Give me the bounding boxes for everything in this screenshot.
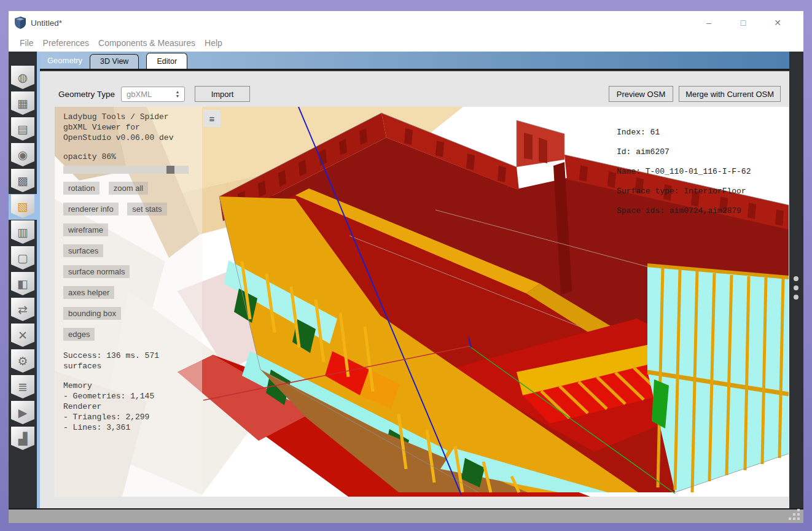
app-body: ◍ ▦ ▤ ◉ ▩ ▧ ▥ ▢ ◧ ⇄ ✕ ⚙ ≣ ▶ ▟ xyxy=(9,52,803,508)
surface-id: Id: aim6207 xyxy=(617,142,751,162)
viewer-title-line2: gbXML Viewer for xyxy=(63,122,202,133)
openstudio-window: Untitled* – □ ✕ File Preferences Compone… xyxy=(9,11,803,523)
geometry-type-value: gbXML xyxy=(127,90,152,99)
axes-helper-button[interactable]: axes helper xyxy=(63,286,114,299)
viewer-title-line1: Ladybug Tools / Spider xyxy=(63,112,202,122)
sidebar-item-results[interactable]: ▟ xyxy=(9,426,37,452)
spaces-icon: ▢ xyxy=(17,251,28,265)
surface-type: Surface type: InteriorFloor xyxy=(617,182,751,201)
hamburger-icon: ≡ xyxy=(209,114,215,124)
tab-editor[interactable]: Editor xyxy=(146,53,187,69)
opacity-label: opacity 86% xyxy=(63,152,202,161)
status-bar xyxy=(9,508,803,523)
surface-name: Name: T-00_110-01_116-I-F-62 xyxy=(617,162,751,182)
select-spinner-icon: ▲▼ xyxy=(173,88,182,100)
desktop: Untitled* – □ ✕ File Preferences Compone… xyxy=(0,0,812,531)
output-variables-icon: ✕ xyxy=(18,328,28,343)
resize-grip[interactable] xyxy=(797,517,800,520)
sidebar-item-thermal-zones[interactable]: ◧ xyxy=(9,271,37,297)
sidebar-item-geometry[interactable]: ▧ xyxy=(9,194,37,220)
menu-preferences[interactable]: Preferences xyxy=(43,38,89,48)
surfaces-button[interactable]: surfaces xyxy=(63,244,103,257)
memory-geometries: - Geometries: 1,145 xyxy=(63,391,202,401)
import-button[interactable]: Import xyxy=(195,86,250,102)
run-icon: ▶ xyxy=(18,406,28,420)
viewer-title-line3: OpenStudio v0.06.00 dev xyxy=(63,133,202,143)
sidebar-item-space-types[interactable]: ▩ xyxy=(9,168,37,194)
geometry-type-select[interactable]: gbXML ▲▼ xyxy=(121,87,185,102)
success-stats-line1: Success: 136 ms. 571 xyxy=(63,351,202,361)
editor-toolbar: Geometry Type gbXML ▲▼ Import Preview OS… xyxy=(58,86,781,103)
facility-icon: ▥ xyxy=(17,225,28,239)
sidebar-item-hvac-systems[interactable]: ⇄ xyxy=(9,297,37,323)
schedules-icon: ▦ xyxy=(17,96,28,110)
maximize-button[interactable]: □ xyxy=(726,18,760,28)
site-icon: ◍ xyxy=(18,71,28,85)
measures-icon: ≣ xyxy=(18,380,28,394)
section-label-geometry: Geometry xyxy=(47,56,82,69)
menu-components-measures[interactable]: Components & Measures xyxy=(98,38,195,48)
sidebar-item-simulation-settings[interactable]: ⚙ xyxy=(9,349,37,374)
results-icon: ▟ xyxy=(18,432,28,446)
close-button[interactable]: ✕ xyxy=(760,18,795,28)
set-stats-button[interactable]: set stats xyxy=(127,203,166,215)
sidebar-item-constructions[interactable]: ▤ xyxy=(9,117,37,142)
space-types-icon: ▩ xyxy=(17,174,28,188)
loads-icon: ◉ xyxy=(18,148,28,162)
geometry-type-label: Geometry Type xyxy=(58,90,115,99)
editor-content: Geometry Type gbXML ▲▼ Import Preview OS… xyxy=(40,71,789,508)
viewer-panel: Ladybug Tools / Spider gbXML Viewer for … xyxy=(55,107,202,497)
title-bar[interactable]: Untitled* – □ ✕ xyxy=(9,11,803,34)
app-shield-icon xyxy=(15,17,26,29)
vertical-nav: ◍ ▦ ▤ ◉ ▩ ▧ ▥ ▢ ◧ ⇄ ✕ ⚙ ≣ ▶ ▟ xyxy=(9,52,37,508)
surface-index: Index: 61 xyxy=(617,123,751,142)
rotation-button[interactable]: rotation xyxy=(63,182,100,195)
sidebar-item-loads[interactable]: ◉ xyxy=(9,142,37,168)
surface-info-readout: Index: 61 Id: aim6207 Name: T-00_110-01_… xyxy=(617,123,751,221)
renderer-heading: Renderer xyxy=(63,401,202,412)
success-stats-line2: surfaces xyxy=(63,361,202,371)
opacity-slider[interactable] xyxy=(63,166,189,174)
wireframe-button[interactable]: wireframe xyxy=(63,223,108,236)
renderer-triangles: - Triangles: 2,299 xyxy=(63,412,202,422)
menu-file[interactable]: File xyxy=(20,38,34,48)
sidebar-item-measures[interactable]: ≣ xyxy=(9,374,37,400)
geometry-icon: ▧ xyxy=(17,200,28,214)
merge-with-current-osm-button[interactable]: Merge with Current OSM xyxy=(679,86,781,102)
viewer-menu-button[interactable]: ≡ xyxy=(203,110,221,127)
gear-icon: ⚙ xyxy=(17,354,28,368)
minimize-button[interactable]: – xyxy=(692,18,726,28)
sidebar-item-run-simulation[interactable]: ▶ xyxy=(9,400,37,426)
constructions-icon: ▤ xyxy=(17,122,28,136)
tab-3d-view[interactable]: 3D View xyxy=(90,54,139,69)
sidebar-item-spaces[interactable]: ▢ xyxy=(9,246,37,271)
surface-normals-button[interactable]: surface normals xyxy=(63,265,130,278)
menu-help[interactable]: Help xyxy=(205,38,222,48)
sidebar-item-output-variables[interactable]: ✕ xyxy=(9,323,37,349)
window-title: Untitled* xyxy=(31,18,62,28)
sidebar-item-site[interactable]: ◍ xyxy=(9,65,37,91)
right-rail xyxy=(789,52,803,508)
main-area: Geometry 3D View Editor Geometry Type gb… xyxy=(40,52,789,508)
window-controls: – □ ✕ xyxy=(692,11,795,34)
sidebar-item-schedules[interactable]: ▦ xyxy=(9,91,37,117)
3d-viewport[interactable]: Ladybug Tools / Spider gbXML Viewer for … xyxy=(55,107,789,497)
memory-heading: Memory xyxy=(63,381,202,391)
splitter-grip-dots[interactable] xyxy=(794,276,798,281)
renderer-lines: - Lines: 3,361 xyxy=(63,422,202,433)
menu-bar: File Preferences Components & Measures H… xyxy=(9,34,803,52)
bounding-box-button[interactable]: bounding box xyxy=(63,307,121,320)
preview-osm-button[interactable]: Preview OSM xyxy=(609,86,673,102)
surface-space-ids: Space ids: aim0724,aim2879 xyxy=(617,201,751,221)
thermal-zones-icon: ◧ xyxy=(17,277,28,291)
renderer-info-button[interactable]: renderer info xyxy=(63,203,119,215)
hvac-icon: ⇄ xyxy=(18,303,28,317)
tab-bar: Geometry 3D View Editor xyxy=(40,52,789,70)
sidebar-item-facility[interactable]: ▥ xyxy=(9,220,37,246)
opacity-slider-handle[interactable] xyxy=(166,166,174,174)
zoom-all-button[interactable]: zoom all xyxy=(109,182,148,195)
edges-button[interactable]: edges xyxy=(63,328,95,341)
